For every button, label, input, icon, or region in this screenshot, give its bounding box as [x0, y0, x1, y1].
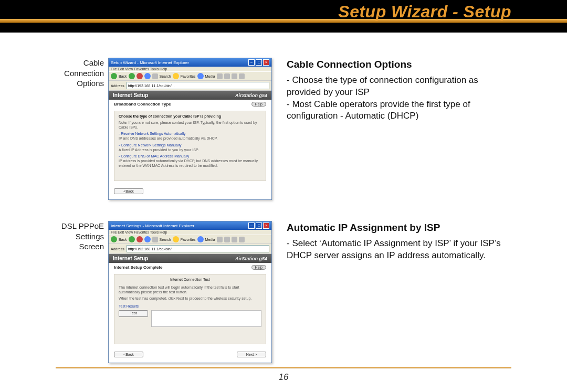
window-titlebar: Setup Wizard - Microsoft Internet Explor… [109, 58, 271, 67]
menu-bar[interactable]: File Edit View Favorites Tools Help [109, 230, 271, 235]
help-button[interactable]: Help [251, 265, 266, 270]
print-icon[interactable] [232, 73, 237, 79]
history-icon[interactable] [217, 73, 223, 79]
forward-icon[interactable] [129, 236, 135, 242]
print-icon[interactable] [232, 237, 237, 242]
panel-heading: Choose the type of connection your Cable… [119, 114, 261, 119]
label-line: DSL PPPoE [61, 221, 104, 230]
edit-icon[interactable] [239, 237, 245, 242]
sub-header: Internet Setup Complete Help [109, 263, 271, 272]
favorites-label[interactable]: Favorites [181, 238, 196, 241]
label-line: Screen [79, 242, 104, 251]
bullet: - Choose the type of connection configur… [287, 75, 511, 99]
back-label[interactable]: Back [119, 238, 127, 241]
menu-bar[interactable]: File Edit View Favorites Tools Help [109, 67, 271, 71]
section-label: DSL PPPoE Settings Screen [56, 221, 108, 363]
label-line: Cable [83, 58, 104, 67]
page-title: Setup Wizard - Setup [338, 2, 511, 22]
test-heading: Internet Connection Test [119, 278, 261, 282]
favorites-icon[interactable] [173, 73, 179, 79]
back-icon[interactable] [111, 73, 117, 79]
header-left: Internet Setup [113, 256, 148, 261]
window-titlebar: Internet Settings - Microsoft Internet E… [109, 221, 271, 230]
browser-window: Internet Settings - Microsoft Internet E… [108, 221, 272, 363]
section-heading: Cable Connection Options [287, 58, 511, 71]
content-area: Cable Connection Options Setup Wizard - … [56, 58, 511, 350]
minimize-icon[interactable]: – [248, 223, 255, 229]
help-button[interactable]: Help [251, 102, 266, 107]
close-icon[interactable]: × [263, 223, 269, 229]
favorites-icon[interactable] [173, 236, 179, 242]
search-label[interactable]: Search [160, 75, 171, 78]
page-body: Internet Setup AirStation g54 Internet S… [109, 254, 271, 363]
titlebar-text: Internet Settings - Microsoft Internet E… [111, 224, 194, 228]
close-icon[interactable]: × [263, 59, 269, 66]
sub-header: Broadband Connection Type Help [109, 100, 271, 109]
favorites-label[interactable]: Favorites [181, 75, 196, 78]
stop-icon[interactable] [136, 236, 143, 242]
internet-setup-header: Internet Setup AirStation g54 [109, 91, 271, 100]
address-input[interactable] [127, 82, 269, 89]
options-panel: Choose the type of connection your Cable… [114, 111, 266, 181]
test-results-box [151, 310, 261, 327]
search-label[interactable]: Search [160, 238, 171, 241]
test-button[interactable]: Test [119, 310, 148, 317]
media-icon[interactable] [197, 73, 204, 79]
address-bar: Address [109, 81, 271, 91]
back-label[interactable]: Back [119, 75, 127, 78]
home-icon[interactable] [152, 237, 158, 242]
titlebar-text: Setup Wizard - Microsoft Internet Explor… [111, 60, 189, 65]
bullet: - Most Cable operators provide the first… [287, 99, 511, 123]
media-icon[interactable] [197, 236, 204, 242]
test-panel: Internet Connection Test The internet co… [114, 274, 266, 344]
section-heading: Automatic IP Assignment by ISP [287, 221, 511, 235]
label-line: Connection [64, 69, 104, 78]
stop-icon[interactable] [136, 73, 143, 79]
option-link-3[interactable]: - Configure DNS or MAC Address Manually [119, 154, 261, 159]
forward-icon[interactable] [129, 73, 135, 79]
back-button[interactable]: <Back [114, 352, 143, 357]
section-label: Cable Connection Options [56, 58, 108, 200]
button-row: <Back [109, 185, 271, 199]
page-body: Internet Setup AirStation g54 Broadband … [109, 91, 271, 199]
screenshot-dsl: Internet Settings - Microsoft Internet E… [108, 221, 271, 363]
refresh-icon[interactable] [144, 236, 151, 242]
address-label: Address [111, 247, 124, 251]
window-controls: – □ × [248, 223, 269, 229]
test-line1: The internet connection test will begin … [119, 285, 261, 295]
address-bar: Address [109, 244, 271, 254]
sub-left: Internet Setup Complete [114, 265, 162, 270]
section-cable: Cable Connection Options Setup Wizard - … [56, 58, 511, 200]
minimize-icon[interactable]: – [248, 59, 255, 66]
media-label[interactable]: Media [205, 238, 215, 241]
bullet: - Select ‘Automatic IP Assignment by ISP… [287, 238, 511, 262]
address-input[interactable] [127, 245, 269, 252]
toolbar: Back Search Favorites Media [109, 235, 271, 244]
brand-label: AirStation g54 [235, 93, 267, 98]
test-row: Test [119, 310, 261, 327]
maximize-icon[interactable]: □ [256, 59, 262, 66]
address-label: Address [111, 84, 124, 88]
next-button[interactable]: Next > [237, 352, 266, 357]
sub-left: Broadband Connection Type [114, 102, 171, 107]
internet-setup-header: Internet Setup AirStation g54 [109, 254, 271, 263]
mail-icon[interactable] [224, 73, 230, 79]
history-icon[interactable] [217, 237, 223, 242]
top-banner: Setup Wizard - Setup [0, 0, 567, 33]
maximize-icon[interactable]: □ [256, 223, 262, 229]
back-button[interactable]: <Back [114, 188, 143, 194]
home-icon[interactable] [152, 73, 158, 79]
option-link-1[interactable]: - Receive Network Settings Automatically [119, 132, 261, 136]
bottom-rule [56, 367, 511, 368]
brand-label: AirStation g54 [235, 256, 267, 261]
media-label[interactable]: Media [205, 75, 215, 78]
mail-icon[interactable] [224, 237, 230, 242]
label-line: Options [77, 79, 104, 88]
option-link-2[interactable]: - Configure Network Settings Manually [119, 143, 261, 148]
edit-icon[interactable] [239, 73, 245, 79]
page-number: 16 [0, 372, 567, 383]
page: Setup Wizard - Setup Cable Connection Op… [0, 0, 567, 392]
back-icon[interactable] [111, 236, 117, 242]
toolbar: Back Search Favorites Media [109, 71, 271, 81]
refresh-icon[interactable] [144, 73, 151, 79]
